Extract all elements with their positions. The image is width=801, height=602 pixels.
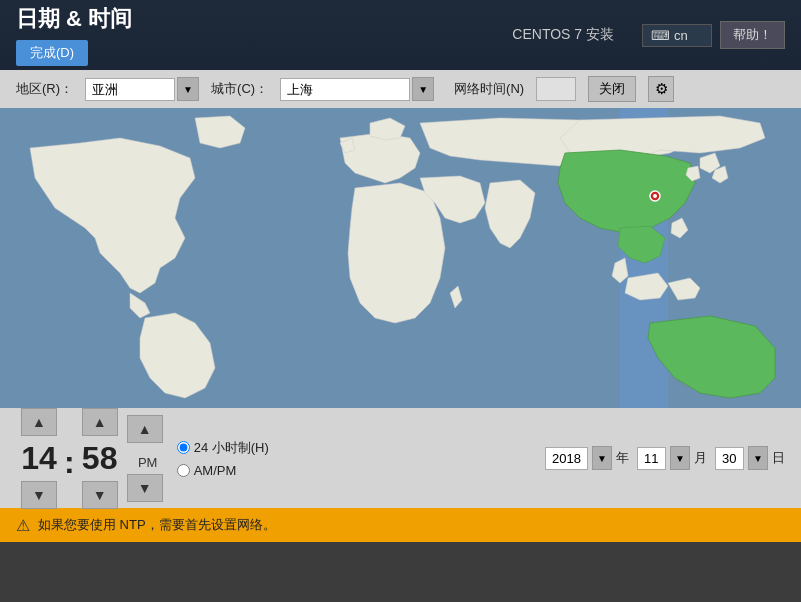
keyboard-icon: ⌨ — [651, 28, 670, 43]
warning-icon: ⚠ — [16, 516, 30, 535]
hour-stepper: ▲ 14 ▼ — [16, 408, 62, 509]
day-dropdown-arrow[interactable]: ▼ — [748, 446, 768, 470]
lang-input[interactable]: ⌨ cn — [642, 24, 712, 47]
lang-value: cn — [674, 28, 688, 43]
time-format-section: 24 小时制(H) AM/PM — [177, 439, 269, 478]
year-dropdown-arrow[interactable]: ▼ — [592, 446, 612, 470]
day-select[interactable]: 30 — [715, 447, 744, 470]
ntp-toggle[interactable] — [536, 77, 576, 101]
minute-stepper: ▲ 58 ▼ — [77, 408, 123, 509]
hour-down-button[interactable]: ▼ — [21, 481, 57, 509]
city-dropdown-arrow[interactable]: ▼ — [412, 77, 434, 101]
warning-text: 如果您要使用 NTP，需要首先设置网络。 — [38, 516, 276, 534]
month-label: 月 — [694, 449, 707, 467]
region-select-wrapper: 亚洲 ▼ — [85, 77, 199, 101]
day-label: 日 — [772, 449, 785, 467]
minute-up-button[interactable]: ▲ — [82, 408, 118, 436]
radio-ampm-text: AM/PM — [194, 463, 237, 478]
city-select[interactable]: 上海 — [280, 78, 410, 101]
radio-24h-text: 24 小时制(H) — [194, 439, 269, 457]
down-arrow-icon2: ▼ — [93, 487, 107, 503]
ampm-up-button[interactable]: ▲ — [127, 415, 163, 443]
up-arrow-icon3: ▲ — [138, 421, 152, 437]
month-dropdown-arrow[interactable]: ▼ — [670, 446, 690, 470]
up-arrow-icon: ▲ — [32, 414, 46, 430]
gear-icon: ⚙ — [655, 80, 668, 98]
controls-bar: 地区(R)： 亚洲 ▼ 城市(C)： 上海 ▼ 网络时间(N) 关闭 ⚙ — [0, 70, 801, 108]
region-dropdown-arrow[interactable]: ▼ — [177, 77, 199, 101]
minute-down-button[interactable]: ▼ — [82, 481, 118, 509]
month-select[interactable]: 11 — [637, 447, 666, 470]
ampm-stepper: ▲ PM ▼ — [127, 415, 163, 502]
done-button[interactable]: 完成(D) — [16, 40, 88, 66]
down-arrow-icon3: ▼ — [138, 480, 152, 496]
world-map — [0, 108, 801, 408]
region-label: 地区(R)： — [16, 80, 73, 98]
page-title: 日期 & 时间 — [16, 4, 132, 34]
ampm-down-button[interactable]: ▼ — [127, 474, 163, 502]
time-colon: : — [64, 436, 75, 481]
map-container[interactable] — [0, 108, 801, 408]
date-section: 2018 ▼ 年 11 ▼ 月 30 ▼ 日 — [545, 446, 785, 470]
minute-value: 58 — [77, 440, 123, 477]
svg-point-3 — [653, 194, 657, 198]
radio-ampm-label[interactable]: AM/PM — [177, 463, 269, 478]
up-arrow-icon2: ▲ — [93, 414, 107, 430]
down-arrow-icon: ▼ — [32, 487, 46, 503]
centos-title: CENTOS 7 安装 — [512, 26, 614, 44]
year-label: 年 — [616, 449, 629, 467]
year-select[interactable]: 2018 — [545, 447, 588, 470]
hour-up-button[interactable]: ▲ — [21, 408, 57, 436]
city-label: 城市(C)： — [211, 80, 268, 98]
city-select-wrapper: 上海 ▼ — [280, 77, 434, 101]
ntp-label: 网络时间(N) — [454, 80, 524, 98]
radio-24h-label[interactable]: 24 小时制(H) — [177, 439, 269, 457]
ampm-value: PM — [138, 447, 158, 470]
region-select[interactable]: 亚洲 — [85, 78, 175, 101]
warning-bar: ⚠ 如果您要使用 NTP，需要首先设置网络。 — [0, 508, 801, 542]
header-right: CENTOS 7 安装 ⌨ cn 帮助！ — [512, 21, 785, 49]
hour-value: 14 — [16, 440, 62, 477]
gear-button[interactable]: ⚙ — [648, 76, 674, 102]
ntp-close-button[interactable]: 关闭 — [588, 76, 636, 102]
radio-ampm[interactable] — [177, 464, 190, 477]
header-left: 日期 & 时间 完成(D) — [16, 4, 132, 66]
help-button[interactable]: 帮助！ — [720, 21, 785, 49]
header: 日期 & 时间 完成(D) CENTOS 7 安装 ⌨ cn 帮助！ — [0, 0, 801, 70]
time-bar: ▲ 14 ▼ : ▲ 58 ▼ ▲ PM ▼ 24 小时制(H) — [0, 408, 801, 508]
radio-24h[interactable] — [177, 441, 190, 454]
